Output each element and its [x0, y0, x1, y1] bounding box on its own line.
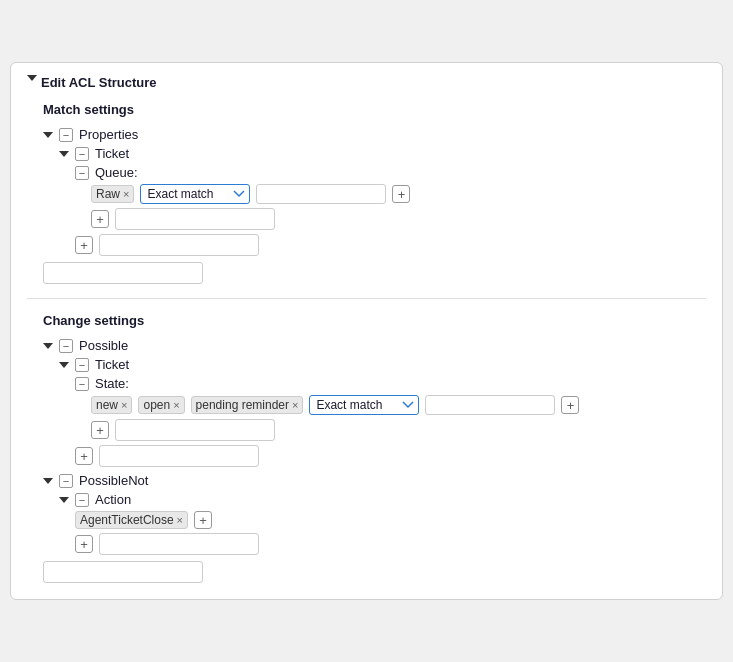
new-tag-remove[interactable]: × [121, 400, 127, 411]
state-label: State: [95, 376, 129, 391]
possible-minus-btn[interactable]: − [59, 339, 73, 353]
agent-ticket-close-label: AgentTicketClose [80, 513, 174, 527]
raw-tag: Raw × [91, 185, 134, 203]
possible-row: − Possible [27, 338, 706, 353]
queue-sub-row2: + [75, 234, 706, 256]
change-settings-title: Change settings [27, 313, 706, 328]
action-collapse-icon[interactable] [59, 497, 69, 503]
possible-not-row: − PossibleNot [27, 473, 706, 488]
properties-minus-btn[interactable]: − [59, 128, 73, 142]
state-sub-row2: + [75, 445, 706, 467]
possible-collapse-icon[interactable] [43, 343, 53, 349]
state-sub-input2[interactable] [99, 445, 259, 467]
queue-add-btn[interactable]: + [392, 185, 410, 203]
queue-value-row: Raw × Exact match Contains Starts with E… [75, 184, 706, 204]
match-ticket-label: Ticket [95, 146, 129, 161]
state-minus-btn[interactable]: − [75, 377, 89, 391]
action-sub-row1: + [75, 533, 706, 555]
section-divider [27, 298, 706, 299]
new-tag-label: new [96, 398, 118, 412]
properties-label: Properties [79, 127, 138, 142]
pending-reminder-tag-remove[interactable]: × [292, 400, 298, 411]
queue-minus-btn[interactable]: − [75, 166, 89, 180]
agent-ticket-close-tag: AgentTicketClose × [75, 511, 188, 529]
match-settings-section: Match settings − Properties − Ticket − Q… [27, 102, 706, 284]
action-tag-add-btn[interactable]: + [194, 511, 212, 529]
change-ticket-label: Ticket [95, 357, 129, 372]
state-sub-add-btn2[interactable]: + [75, 447, 93, 465]
change-ticket-minus-btn[interactable]: − [75, 358, 89, 372]
queue-section: − Queue: Raw × Exact match Contains Star… [27, 165, 706, 256]
change-settings-section: Change settings − Possible − Ticket − St… [27, 313, 706, 583]
open-tag-label: open [143, 398, 170, 412]
open-tag-remove[interactable]: × [173, 400, 179, 411]
panel-collapse-icon[interactable] [27, 75, 37, 81]
state-add-btn[interactable]: + [561, 396, 579, 414]
change-ticket-row: − Ticket [27, 357, 706, 372]
queue-value-input[interactable] [256, 184, 386, 204]
action-minus-btn[interactable]: − [75, 493, 89, 507]
action-tag-row: AgentTicketClose × + [75, 511, 706, 529]
edit-acl-panel: Edit ACL Structure Match settings − Prop… [10, 62, 723, 600]
change-bottom-input-row [27, 561, 706, 583]
queue-sub-input1[interactable] [115, 208, 275, 230]
change-bottom-input[interactable] [43, 561, 203, 583]
properties-collapse-icon[interactable] [43, 132, 53, 138]
possible-label: Possible [79, 338, 128, 353]
queue-label-row: − Queue: [75, 165, 706, 180]
raw-tag-label: Raw [96, 187, 120, 201]
state-value-input[interactable] [425, 395, 555, 415]
pending-reminder-tag: pending reminder × [191, 396, 304, 414]
state-sub-add-btn1[interactable]: + [91, 421, 109, 439]
panel-title-row: Edit ACL Structure [27, 75, 706, 90]
match-bottom-input-row [27, 262, 706, 284]
state-sub-input1[interactable] [115, 419, 275, 441]
action-row: − Action [27, 492, 706, 507]
properties-row: − Properties [27, 127, 706, 142]
possible-not-label: PossibleNot [79, 473, 148, 488]
action-sub-input1[interactable] [99, 533, 259, 555]
match-bottom-input[interactable] [43, 262, 203, 284]
possible-not-collapse-icon[interactable] [43, 478, 53, 484]
match-ticket-row: − Ticket [27, 146, 706, 161]
possible-not-minus-btn[interactable]: − [59, 474, 73, 488]
queue-sub-add-btn2[interactable]: + [75, 236, 93, 254]
queue-sub-row1: + [75, 208, 706, 230]
new-tag: new × [91, 396, 132, 414]
queue-match-select[interactable]: Exact match Contains Starts with Ends wi… [140, 184, 250, 204]
raw-tag-remove[interactable]: × [123, 189, 129, 200]
state-section: − State: new × open × pending reminder × [27, 376, 706, 467]
match-settings-title: Match settings [27, 102, 706, 117]
state-match-select[interactable]: Exact match Contains Starts with Ends wi… [309, 395, 419, 415]
match-ticket-minus-btn[interactable]: − [75, 147, 89, 161]
action-sub-add-btn1[interactable]: + [75, 535, 93, 553]
state-label-row: − State: [75, 376, 706, 391]
queue-label: Queue: [95, 165, 138, 180]
pending-reminder-tag-label: pending reminder [196, 398, 289, 412]
action-section: AgentTicketClose × + + [27, 511, 706, 555]
panel-title: Edit ACL Structure [41, 75, 157, 90]
action-label: Action [95, 492, 131, 507]
state-sub-row1: + [75, 419, 706, 441]
change-ticket-collapse-icon[interactable] [59, 362, 69, 368]
queue-sub-input2[interactable] [99, 234, 259, 256]
state-value-row: new × open × pending reminder × Exact ma… [75, 395, 706, 415]
agent-ticket-close-remove[interactable]: × [177, 515, 183, 526]
queue-sub-add-btn1[interactable]: + [91, 210, 109, 228]
match-ticket-collapse-icon[interactable] [59, 151, 69, 157]
open-tag: open × [138, 396, 184, 414]
